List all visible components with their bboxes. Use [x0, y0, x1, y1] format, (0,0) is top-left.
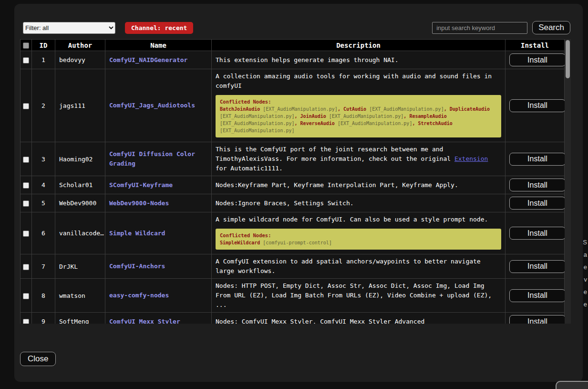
install-button[interactable]: Install	[509, 289, 566, 302]
row-description: This extension helps generate images thr…	[212, 51, 505, 69]
row-author: wmatson	[55, 279, 105, 313]
row-install-cell: Install	[505, 51, 565, 69]
row-name-cell: easy-comfy-nodes	[105, 279, 212, 313]
row-name-cell: WebDev9000-Nodes	[105, 194, 212, 212]
custom-nodes-dialog: Filter: all Channel: recent Search ID	[14, 4, 583, 382]
clipped-background-text: v	[584, 276, 588, 283]
conflict-node-name: BatchJoinAudio	[220, 106, 260, 112]
row-author: bedovyy	[55, 51, 105, 69]
row-install-cell: Install	[505, 254, 565, 279]
install-button[interactable]: Install	[509, 153, 566, 166]
row-checkbox[interactable]	[23, 157, 29, 163]
install-button[interactable]: Install	[509, 53, 566, 66]
row-checkbox[interactable]	[23, 319, 29, 324]
conflict-node-source: [EXT_AudioManipulation.py]	[220, 114, 295, 119]
row-author: DrJKL	[55, 254, 105, 279]
row-id: 4	[32, 176, 55, 194]
table-row: 8wmatsoneasy-comfy-nodesNodes: HTTP POST…	[21, 279, 565, 313]
description-text: This extension helps generate images thr…	[216, 55, 501, 65]
extension-name-link[interactable]: ComfyUI-Anchors	[109, 263, 165, 270]
install-button[interactable]: Install	[509, 315, 566, 324]
table-row: 5WebDev9000WebDev9000-NodesNodes:Ignore …	[21, 194, 565, 212]
description-link[interactable]: Extension	[454, 155, 488, 162]
conflict-separator: ,	[295, 114, 300, 119]
install-button[interactable]: Install	[509, 227, 566, 240]
row-id: 9	[32, 313, 55, 324]
table-row: 4Scholar01SComfyUI-KeyframeNodes:Keyfram…	[21, 176, 565, 194]
row-checkbox-cell	[21, 142, 32, 176]
table-row: 9SoftMengComfyUI_Mexx_StylerNodes: Comfy…	[21, 313, 565, 324]
conflict-node-source: [EXT_AudioManipulation.py]	[329, 114, 404, 119]
channel-badge: Channel: recent	[125, 22, 193, 34]
select-all-checkbox[interactable]	[23, 42, 29, 49]
row-author: Haoming02	[55, 142, 105, 176]
row-checkbox[interactable]	[23, 293, 29, 299]
table-row: 7DrJKLComfyUI-AnchorsA ComfyUI extension…	[21, 254, 565, 279]
row-description: Nodes:Keyframe Part, Keyframe Interpolat…	[212, 176, 505, 194]
clipped-background-text: S	[583, 239, 587, 246]
row-id: 6	[32, 212, 55, 254]
header-checkbox-cell	[21, 40, 32, 51]
row-checkbox[interactable]	[23, 264, 29, 270]
install-button[interactable]: Install	[509, 260, 566, 273]
row-id: 1	[32, 51, 55, 69]
install-button[interactable]: Install	[509, 197, 566, 210]
conflict-node-name: ResampleAudio	[409, 114, 446, 119]
conflicted-nodes-box: Conflicted Nodes:BatchJoinAudio [EXT_Aud…	[216, 95, 501, 137]
row-description: Nodes:Ignore Braces, Settings Switch.	[212, 194, 505, 212]
table-body: 1bedovyyComfyUI_NAIDGeneratorThis extens…	[21, 51, 565, 324]
table-row: 3Haoming02ComfyUI Diffusion Color Gradin…	[21, 142, 565, 176]
row-id: 5	[32, 194, 55, 212]
row-checkbox[interactable]	[23, 182, 29, 189]
toolbar: Filter: all Channel: recent Search	[23, 21, 570, 34]
row-checkbox-cell	[21, 313, 32, 324]
row-install-cell: Install	[505, 313, 565, 324]
search-input[interactable]	[432, 22, 527, 34]
extension-name-link[interactable]: ComfyUI_NAIDGenerator	[109, 56, 187, 63]
extension-name-link[interactable]: ComfyUI_Jags_Audiotools	[109, 102, 195, 109]
conflict-separator: ,	[338, 106, 343, 112]
extension-name-link[interactable]: WebDev9000-Nodes	[109, 200, 169, 207]
row-checkbox-cell	[21, 279, 32, 313]
row-checkbox[interactable]	[23, 103, 29, 109]
scrollbar-thumb[interactable]	[566, 40, 570, 78]
row-checkbox[interactable]	[23, 231, 29, 237]
row-description: A collection amazing audio tools for wor…	[212, 69, 505, 142]
row-name-cell: Simple Wildcard	[105, 212, 212, 254]
header-name: Name	[105, 40, 212, 51]
conflict-node-name: JoinAudio	[300, 114, 326, 119]
clipped-background-text: a	[584, 251, 587, 258]
extension-name-link[interactable]: easy-comfy-nodes	[109, 292, 169, 299]
row-checkbox[interactable]	[23, 200, 29, 207]
row-id: 7	[32, 254, 55, 279]
conflict-node-source: [EXT_AudioManipulation.py]	[220, 128, 295, 133]
extensions-table-wrap: ID Author Name Description Install 1bedo…	[20, 39, 571, 324]
description-text: Nodes:Keyframe Part, Keyframe Interpolat…	[216, 180, 501, 190]
conflicted-nodes-heading: Conflicted Nodes:	[220, 98, 497, 105]
filter-select[interactable]: Filter: all	[23, 22, 115, 34]
row-name-cell: ComfyUI_Jags_Audiotools	[105, 69, 212, 142]
install-button[interactable]: Install	[509, 99, 566, 112]
extension-name-link[interactable]: Simple Wildcard	[109, 230, 165, 237]
search-button[interactable]: Search	[532, 21, 570, 34]
extension-name-link[interactable]: ComfyUI_Mexx_Styler	[109, 318, 180, 324]
row-install-cell: Install	[505, 212, 565, 254]
header-author: Author	[55, 40, 105, 51]
extension-name-link[interactable]: ComfyUI Diffusion Color Grading	[109, 150, 195, 167]
conflict-node-name: StretchAudio	[418, 121, 452, 126]
screen: Filter: all Channel: recent Search ID	[0, 0, 588, 389]
extension-name-link[interactable]: SComfyUI-Keyframe	[109, 181, 173, 189]
close-button[interactable]: Close	[20, 352, 56, 366]
table-scrollbar	[565, 39, 571, 324]
row-name-cell: SComfyUI-Keyframe	[105, 176, 212, 194]
row-name-cell: ComfyUI_Mexx_Styler	[105, 313, 212, 324]
install-button[interactable]: Install	[509, 179, 566, 191]
row-checkbox[interactable]	[23, 57, 29, 63]
row-description: A simple wildcard node for ComfyUI. Can …	[212, 212, 505, 254]
table-row: 2jags111ComfyUI_Jags_AudiotoolsA collect…	[21, 69, 565, 142]
row-install-cell: Install	[505, 69, 565, 142]
clipped-background-text: e	[584, 301, 587, 308]
clipped-background-text: e	[584, 288, 587, 295]
clipped-corner-button[interactable]	[556, 381, 588, 389]
conflicted-nodes-list: SimpleWildcard [comfyui-prompt-control]	[220, 239, 497, 246]
